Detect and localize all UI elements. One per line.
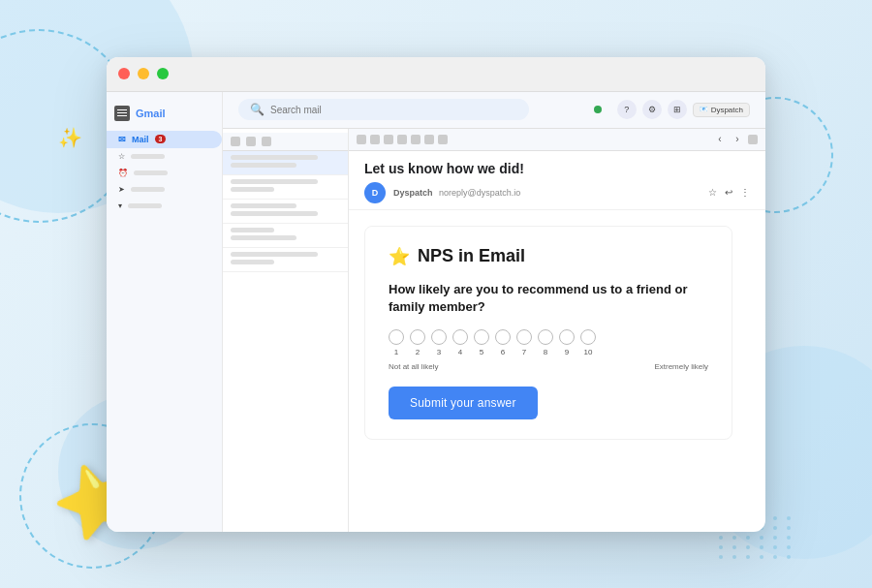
sender-email: noreply@dyspatch.io <box>439 188 520 198</box>
nps-option-5[interactable]: 5 <box>474 329 489 356</box>
delete-icon[interactable] <box>370 135 380 144</box>
reply-icon[interactable]: ↩ <box>725 187 732 198</box>
sidebar-item-snoozed[interactable]: ⏰ <box>107 165 222 181</box>
nps-option-1[interactable]: 1 <box>389 329 404 356</box>
nps-label-high: Extremely likely <box>654 362 708 371</box>
sidebar-label-placeholder <box>131 154 165 159</box>
nps-option-3[interactable]: 3 <box>431 329 447 356</box>
mail-badge: 3 <box>155 135 167 143</box>
more-dots-icon[interactable] <box>262 137 271 146</box>
email-actions-right: ☆ ↩ ⋮ <box>708 187 750 198</box>
sidebar-item-mail[interactable]: ✉ Mail 3 <box>107 131 222 148</box>
sender-info: Dyspatch noreply@dyspatch.io <box>393 188 520 198</box>
list-item[interactable] <box>223 224 348 248</box>
grid-icon[interactable]: ⊞ <box>668 100 687 119</box>
unread-icon[interactable] <box>384 135 393 144</box>
sender-avatar: D <box>364 182 386 203</box>
nps-label-1: 1 <box>394 348 398 356</box>
email-item-line <box>231 203 296 208</box>
hamburger-icon[interactable] <box>114 106 130 121</box>
list-item[interactable] <box>223 175 348 200</box>
nps-radio-1[interactable] <box>389 329 404 345</box>
archive-icon[interactable] <box>357 135 366 144</box>
nps-radio-3[interactable] <box>431 329 447 345</box>
question-icon[interactable]: ? <box>617 100 637 119</box>
email-item-line <box>231 187 274 192</box>
email-item-line <box>231 228 274 232</box>
nps-radio-8[interactable] <box>538 329 553 345</box>
list-item[interactable] <box>223 151 348 175</box>
nps-label-4: 4 <box>458 348 462 356</box>
search-input[interactable] <box>270 105 464 115</box>
nps-option-6[interactable]: 6 <box>495 329 511 356</box>
sidebar-item-more[interactable]: ▾ <box>107 198 222 214</box>
email-actions <box>357 135 448 144</box>
settings-icon[interactable]: ⚙ <box>642 100 662 119</box>
nps-label-2: 2 <box>416 348 420 356</box>
nps-label-5: 5 <box>480 348 483 356</box>
email-item-line <box>231 155 318 160</box>
nps-labels: Not at all likely Extremely likely <box>389 362 708 371</box>
nps-label-6: 6 <box>501 348 505 356</box>
nps-radio-9[interactable] <box>559 329 575 345</box>
gmail-main: 🔍 ? ⚙ ⊞ 📧 Dyspatch <box>223 92 765 532</box>
email-item-line <box>231 235 296 240</box>
email-item-line <box>231 211 318 216</box>
mail-icon: ✉ <box>118 135 126 144</box>
overflow-icon[interactable] <box>438 135 448 144</box>
list-item[interactable] <box>223 248 348 272</box>
sidebar-item-sent[interactable]: ➤ <box>107 181 222 198</box>
email-meta: D Dyspatch noreply@dyspatch.io ☆ ↩ ⋮ <box>364 182 750 203</box>
traffic-light-green[interactable] <box>157 68 169 79</box>
traffic-light-red[interactable] <box>118 68 130 79</box>
search-container[interactable]: 🔍 <box>238 99 529 120</box>
email-header: Let us know how we did! D Dyspatch norep… <box>349 151 765 210</box>
email-subject: Let us know how we did! <box>364 161 750 176</box>
nps-option-10[interactable]: 10 <box>580 329 596 356</box>
search-icon: 🔍 <box>250 103 265 116</box>
nps-radio-5[interactable] <box>474 329 489 345</box>
nps-radio-6[interactable] <box>495 329 511 345</box>
clock-icon: ⏰ <box>118 169 128 177</box>
dyspatch-label: Dyspatch <box>711 106 743 114</box>
nps-label-9: 9 <box>565 348 569 356</box>
more-icon: ▾ <box>118 201 122 210</box>
nps-label-10: 10 <box>584 348 593 356</box>
email-item-line <box>231 163 296 168</box>
nps-option-7[interactable]: 7 <box>516 329 532 356</box>
nps-card: ⭐ NPS in Email How likely are you to rec… <box>364 226 732 440</box>
nps-radio-7[interactable] <box>516 329 532 345</box>
nps-radio-4[interactable] <box>452 329 468 345</box>
nps-star-emoji: ⭐ <box>389 246 410 267</box>
next-email-button[interactable]: › <box>731 133 744 146</box>
nps-radio-2[interactable] <box>410 329 425 345</box>
nps-option-9[interactable]: 9 <box>559 329 575 356</box>
overflow-action[interactable]: ⋮ <box>740 187 750 198</box>
refresh-icon[interactable] <box>246 137 256 146</box>
traffic-light-yellow[interactable] <box>138 68 149 79</box>
snooze-icon[interactable] <box>397 135 407 144</box>
prev-email-button[interactable]: ‹ <box>713 133 727 146</box>
nps-title-text: NPS in Email <box>418 246 525 266</box>
open-icon[interactable] <box>748 135 758 144</box>
dyspatch-badge: 📧 Dyspatch <box>693 103 750 117</box>
move-icon[interactable] <box>411 135 420 144</box>
checkbox-icon[interactable] <box>231 137 240 146</box>
send-icon: ➤ <box>118 185 125 194</box>
nps-radio-10[interactable] <box>580 329 596 345</box>
gmail-top-right-icons: ? ⚙ ⊞ 📧 Dyspatch <box>594 100 750 119</box>
nps-question: How likely are you to recommend us to a … <box>389 281 708 316</box>
email-item-line <box>231 260 274 264</box>
nps-title: ⭐ NPS in Email <box>389 246 708 267</box>
nps-option-4[interactable]: 4 <box>452 329 468 356</box>
label-icon[interactable] <box>424 135 434 144</box>
list-item[interactable] <box>223 200 348 224</box>
nps-option-2[interactable]: 2 <box>410 329 425 356</box>
submit-answer-button[interactable]: Submit your answer <box>389 387 538 419</box>
email-content-area: ‹ › Let us know how we did! D <box>223 129 765 532</box>
sidebar-item-starred[interactable]: ☆ <box>107 148 222 165</box>
email-list-toolbar <box>223 133 348 151</box>
nps-label-8: 8 <box>544 348 547 356</box>
nps-option-8[interactable]: 8 <box>538 329 553 356</box>
star-action[interactable]: ☆ <box>708 187 717 198</box>
